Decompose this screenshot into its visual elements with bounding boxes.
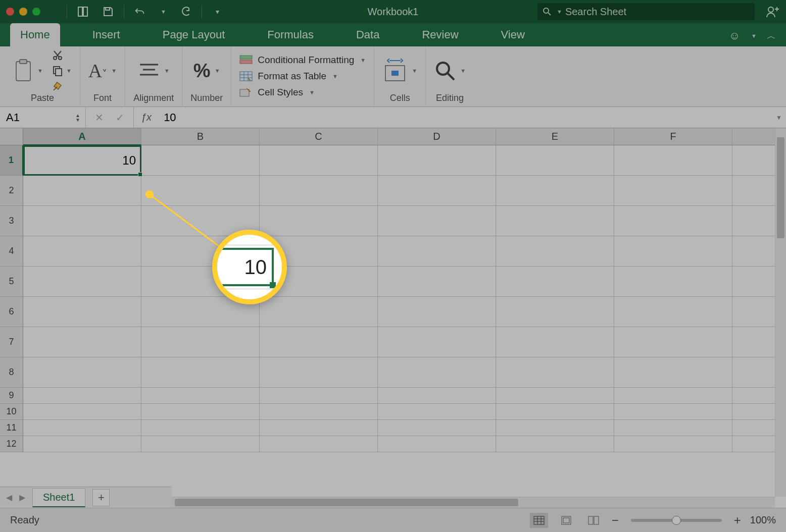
cell-a3[interactable] [23, 206, 141, 236]
select-all-corner[interactable] [0, 128, 23, 145]
cell-a2[interactable] [23, 176, 141, 206]
cell-c1[interactable] [260, 145, 378, 176]
cell-d4[interactable] [378, 236, 496, 267]
cell-g9[interactable] [732, 388, 775, 404]
cancel-formula-icon[interactable]: ✕ [95, 112, 104, 124]
cell-f11[interactable] [614, 420, 732, 436]
undo-dropdown-icon[interactable]: ▼ [161, 9, 166, 15]
cell-g7[interactable] [732, 327, 775, 357]
column-header-e[interactable]: E [496, 128, 614, 145]
name-box[interactable]: A1 ▲▼ [0, 107, 86, 128]
cell-b11[interactable] [141, 420, 260, 436]
number-dropdown-icon[interactable]: ▼ [215, 68, 220, 74]
row-header-1[interactable]: 1 [0, 145, 23, 176]
cell-b1[interactable] [141, 145, 260, 176]
cell-e4[interactable] [496, 236, 614, 267]
cell-e11[interactable] [496, 420, 614, 436]
fx-label[interactable]: ƒx [134, 107, 159, 128]
zoom-out-button[interactable]: − [612, 513, 619, 527]
copy-button[interactable]: ▼ [52, 65, 72, 76]
cell-f8[interactable] [614, 357, 732, 388]
row-header-9[interactable]: 9 [0, 388, 23, 404]
enter-formula-icon[interactable]: ✓ [116, 112, 124, 124]
cell-a7[interactable] [23, 327, 141, 357]
cell-e1[interactable] [496, 145, 614, 176]
row-header-6[interactable]: 6 [0, 297, 23, 327]
worksheet-area[interactable]: ABCDEFG123456789101112 10 [0, 128, 775, 497]
cell-g1[interactable] [732, 145, 775, 176]
cell-a11[interactable] [23, 420, 141, 436]
cell-f9[interactable] [614, 388, 732, 404]
cell-g4[interactable] [732, 236, 775, 267]
row-header-10[interactable]: 10 [0, 404, 23, 420]
cell-c8[interactable] [260, 357, 378, 388]
zoom-slider[interactable] [631, 519, 722, 522]
cells-dropdown-icon[interactable]: ▼ [412, 68, 417, 74]
editing-icon[interactable] [434, 60, 456, 82]
column-header-d[interactable]: D [378, 128, 496, 145]
expand-formula-bar-icon[interactable]: ▼ [776, 114, 782, 121]
row-header-4[interactable]: 4 [0, 236, 23, 267]
cell-a5[interactable] [23, 267, 141, 297]
cell-d5[interactable] [378, 267, 496, 297]
tab-page-layout[interactable]: Page Layout [153, 23, 235, 46]
close-window-button[interactable] [6, 8, 14, 16]
cell-b2[interactable] [141, 176, 260, 206]
editing-dropdown-icon[interactable]: ▼ [460, 68, 466, 74]
cell-c2[interactable] [260, 176, 378, 206]
column-header-f[interactable]: F [614, 128, 732, 145]
cell-f10[interactable] [614, 404, 732, 420]
cell-g10[interactable] [732, 404, 775, 420]
cell-d2[interactable] [378, 176, 496, 206]
qat-customize-icon[interactable]: ▾ [212, 6, 223, 17]
cell-a10[interactable] [23, 404, 141, 420]
feedback-smiley-icon[interactable]: ☺ [729, 29, 740, 42]
undo-icon[interactable] [134, 6, 145, 17]
tab-review[interactable]: Review [412, 23, 468, 46]
save-icon[interactable] [103, 6, 114, 17]
cell-b9[interactable] [141, 388, 260, 404]
sheet-nav-next-icon[interactable]: ▶ [19, 493, 25, 502]
add-sheet-button[interactable]: + [92, 489, 110, 506]
cell-g5[interactable] [732, 267, 775, 297]
search-sheet-input[interactable]: ▼ Search Sheet [537, 3, 755, 20]
redo-icon[interactable] [180, 6, 191, 17]
row-header-7[interactable]: 7 [0, 327, 23, 357]
cell-g6[interactable] [732, 297, 775, 327]
cell-g11[interactable] [732, 420, 775, 436]
cell-f2[interactable] [614, 176, 732, 206]
fullscreen-window-button[interactable] [32, 8, 40, 16]
collapse-ribbon-icon[interactable]: ︿ [767, 30, 776, 42]
paste-button[interactable] [13, 59, 33, 83]
tab-home[interactable]: Home [10, 23, 60, 46]
cut-button[interactable] [52, 50, 72, 61]
cell-a9[interactable] [23, 388, 141, 404]
cell-f5[interactable] [614, 267, 732, 297]
column-header-b[interactable]: B [141, 128, 260, 145]
cell-a8[interactable] [23, 357, 141, 388]
cell-b12[interactable] [141, 436, 260, 452]
cell-f4[interactable] [614, 236, 732, 267]
cell-f3[interactable] [614, 206, 732, 236]
cell-b8[interactable] [141, 357, 260, 388]
cell-e6[interactable] [496, 297, 614, 327]
format-painter-button[interactable] [52, 80, 72, 91]
cell-f12[interactable] [614, 436, 732, 452]
column-header-g[interactable]: G [732, 128, 775, 145]
view-page-break-button[interactable] [584, 513, 603, 528]
cells-icon[interactable] [382, 59, 408, 83]
cell-g8[interactable] [732, 357, 775, 388]
feedback-dropdown-icon[interactable]: ▼ [751, 33, 757, 39]
cell-b7[interactable] [141, 327, 260, 357]
horizontal-scrollbar[interactable] [172, 497, 775, 508]
cell-a12[interactable] [23, 436, 141, 452]
cell-e2[interactable] [496, 176, 614, 206]
name-box-stepper-icon[interactable]: ▲▼ [75, 113, 80, 122]
cell-d10[interactable] [378, 404, 496, 420]
row-header-8[interactable]: 8 [0, 357, 23, 388]
cell-c10[interactable] [260, 404, 378, 420]
cell-e5[interactable] [496, 267, 614, 297]
cell-a4[interactable] [23, 236, 141, 267]
alignment-dropdown-icon[interactable]: ▼ [164, 68, 170, 74]
cell-d12[interactable] [378, 436, 496, 452]
